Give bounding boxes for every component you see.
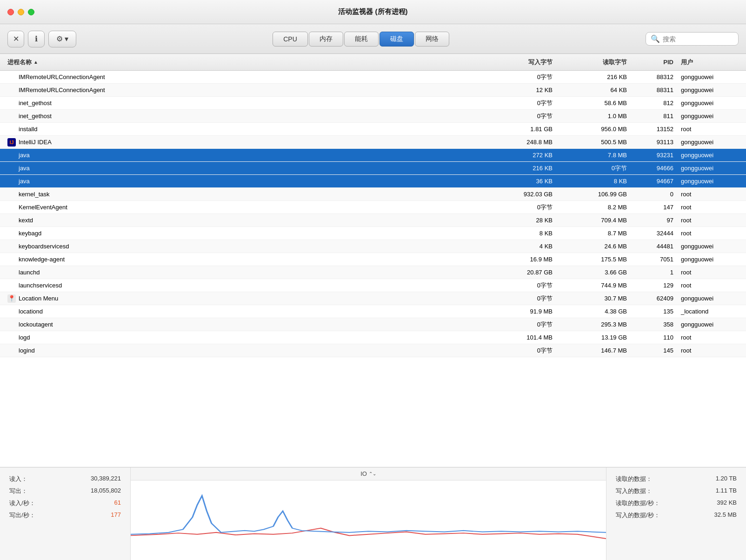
tab-cpu[interactable]: CPU [273,32,308,47]
cell-user: root [677,334,742,341]
stat-row-left: 写出：18,055,802 [9,487,121,495]
tab-memory[interactable]: 内存 [309,32,343,47]
table-row[interactable]: logind0字节146.7 MB145root [0,344,746,357]
close-action-button[interactable]: ✕ [7,31,24,47]
cell-process-name: IMRemoteURLConnectionAgent [4,73,482,80]
cell-write: 28 KB [482,217,556,224]
col-process-name[interactable]: 进程名称 ▲ [4,58,482,67]
table-row[interactable]: logd101.4 MB13.19 GB110root [0,331,746,344]
cell-pid: 93113 [631,139,677,146]
cell-write: 0字节 [482,281,556,290]
cell-write: 0字节 [482,203,556,212]
table-row[interactable]: java272 KB7.8 MB93231gongguowei [0,149,746,162]
cell-pid: 812 [631,100,677,107]
stats-right: 读取的数据：1.20 TB写入的数据：1.11 TB读取的数据/秒：392 KB… [606,467,746,560]
cell-process-name: keybagd [4,230,482,237]
table-row[interactable]: java36 KB8 KB94667gongguowei [0,175,746,188]
window-controls [7,9,34,15]
col-user[interactable]: 用户 [677,58,742,67]
cell-read: 500.5 MB [556,139,631,146]
table-row[interactable]: launchservicesd0字节744.9 MB129root [0,279,746,292]
cell-read: 8 KB [556,178,631,185]
cell-user: _locationd [677,308,742,315]
cell-pid: 94666 [631,165,677,172]
cell-read: 106.99 GB [556,191,631,198]
table-row[interactable]: IMRemoteURLConnectionAgent0字节216 KB88312… [0,71,746,84]
stat-label: 写出： [9,487,27,495]
col-pid[interactable]: PID [631,59,677,66]
cell-write: 1.81 GB [482,126,556,133]
close-button[interactable] [7,9,14,15]
cell-pid: 94667 [631,178,677,185]
stat-label: 读入/秒： [9,499,35,507]
cell-write: 272 KB [482,152,556,159]
minimize-button[interactable] [18,9,24,15]
table-row[interactable]: inet_gethost0字节1.0 MB811gongguowei [0,110,746,123]
cell-write: 0字节 [482,99,556,107]
chart-selector-icon[interactable]: ⌃⌄ [369,471,376,476]
tab-disk[interactable]: 磁盘 [380,32,414,47]
cell-user: root [677,217,742,224]
stat-row-left: 读入/秒：61 [9,499,121,507]
table-row[interactable]: keyboardservicesd4 KB24.6 MB44481gongguo… [0,240,746,253]
gear-button[interactable]: ⚙ ▾ [48,31,76,47]
cell-user: root [677,347,742,354]
cell-process-name: IJIntelliJ IDEA [4,138,482,147]
table-body: IMRemoteURLConnectionAgent0字节216 KB88312… [0,71,746,467]
table-row[interactable]: 📍Location Menu0字节30.7 MB62409gongguowei [0,292,746,305]
cell-user: root [677,126,742,133]
stat-value: 1.11 TB [716,487,737,495]
cell-read: 744.9 MB [556,282,631,289]
table-row[interactable]: knowledge-agent16.9 MB175.5 MB7051gonggu… [0,253,746,266]
table-row[interactable]: java216 KB0字节94666gongguowei [0,162,746,175]
cell-write: 101.4 MB [482,334,556,341]
cell-read: 30.7 MB [556,295,631,302]
cell-process-name: java [4,165,482,172]
cell-pid: 32444 [631,230,677,237]
col-read[interactable]: 读取字节 [556,58,631,67]
info-button[interactable]: ℹ [28,31,45,47]
table-row[interactable]: installd1.81 GB956.0 MB13152root [0,123,746,136]
cell-process-name: KernelEventAgent [4,204,482,211]
table-row[interactable]: inet_gethost0字节58.6 MB812gongguowei [0,97,746,110]
cell-user: root [677,191,742,198]
table-row[interactable]: IMRemoteURLConnectionAgent12 KB64 KB8831… [0,84,746,97]
maximize-button[interactable] [28,9,34,15]
table-row[interactable]: KernelEventAgent0字节8.2 MB147root [0,201,746,214]
cell-pid: 811 [631,113,677,120]
cell-read: 58.6 MB [556,100,631,107]
col-write[interactable]: 写入字节 [482,58,556,67]
table-row[interactable]: kextd28 KB709.4 MB97root [0,214,746,227]
cell-write: 20.87 GB [482,269,556,276]
cell-process-name: locationd [4,308,482,315]
stat-value: 392 KB [717,499,737,507]
table-row[interactable]: locationd91.9 MB4.38 GB135_locationd [0,305,746,318]
cell-process-name: kernel_task [4,191,482,198]
table-row[interactable]: IJIntelliJ IDEA248.8 MB500.5 MB93113gong… [0,136,746,149]
stat-value: 32.5 MB [714,511,737,520]
stat-value: 30,389,221 [91,475,121,483]
cell-process-name: keyboardservicesd [4,243,482,250]
search-input[interactable] [663,35,733,43]
table-row[interactable]: lockoutagent0字节295.3 MB358gongguowei [0,318,746,331]
intellij-icon: IJ [7,138,16,147]
stat-label: 写入的数据/秒： [616,511,660,520]
cell-pid: 358 [631,321,677,328]
table-row[interactable]: keybagd8 KB8.7 MB32444root [0,227,746,240]
stat-value: 18,055,802 [91,487,121,495]
stat-value: 61 [114,499,121,507]
cell-read: 7.8 MB [556,152,631,159]
cell-process-name: logd [4,334,482,341]
table-row[interactable]: launchd20.87 GB3.66 GB1root [0,266,746,279]
tab-network[interactable]: 网络 [415,32,449,47]
cell-write: 12 KB [482,87,556,93]
cell-process-name: inet_gethost [4,113,482,120]
tab-energy[interactable]: 能耗 [344,32,379,47]
cell-write: 91.9 MB [482,308,556,315]
cell-process-name: java [4,152,482,159]
table-row[interactable]: kernel_task932.03 GB106.99 GB0root [0,188,746,201]
stat-label: 读取的数据： [616,475,652,483]
search-box[interactable]: 🔍 [646,32,739,46]
bottom-panel: 读入：30,389,221写出：18,055,802读入/秒：61写出/秒：17… [0,467,746,560]
cell-read: 13.19 GB [556,334,631,341]
